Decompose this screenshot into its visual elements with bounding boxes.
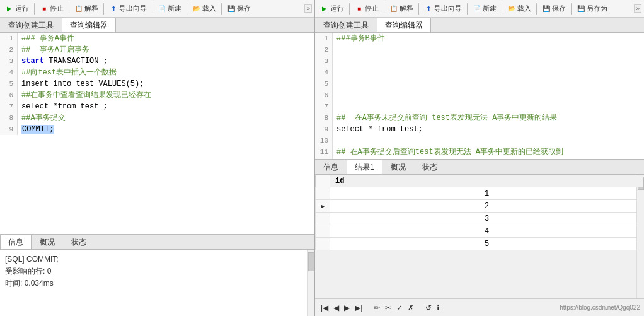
rline-content-11: ## 在A事务提交后查询test表发现无法 A事务中更新的已经获取到 <box>333 146 563 158</box>
result-toolbar: |◀ ◀ ▶ ▶| ✏ ✂ ✓ ✗ ↺ ℹ https://blog.csdn.… <box>315 298 644 316</box>
code-line-1: 1 ### 事务A事件 <box>0 33 314 44</box>
left-panel: ▶ 运行 ■ 停止 📋 解释 ⬆ 导出向导 📄 新建 <box>0 0 315 316</box>
save-label: 保存 <box>237 4 251 13</box>
result-next-btn[interactable]: ▶ <box>342 303 352 313</box>
right-save-button[interactable]: 💾 保存 <box>539 3 568 15</box>
right-saveas-button[interactable]: 💾 另存为 <box>574 3 610 15</box>
result-prev-btn[interactable]: ◀ <box>331 303 341 313</box>
new-button[interactable]: 📄 新建 <box>155 3 184 15</box>
code-line-6: 6 ##在事务中查看查询结果发现已经存在 <box>0 90 314 101</box>
right-load-label: 载入 <box>517 4 531 13</box>
left-info-tab-bar: 信息 概况 状态 <box>0 235 314 250</box>
export-button[interactable]: ⬆ 导出向导 <box>106 3 149 15</box>
info-tab-status[interactable]: 状态 <box>63 235 95 249</box>
right-explain-label: 解释 <box>400 4 413 13</box>
result-cancel-btn[interactable]: ✗ <box>406 303 416 313</box>
stop-button[interactable]: ■ 停止 <box>37 3 66 15</box>
rline-num-8: 8 <box>315 112 333 124</box>
code-line-2: 2 ## 事务A开启事务 <box>0 44 314 56</box>
right-new-button[interactable]: 📄 新建 <box>470 3 499 15</box>
right-result-panel: 信息 结果1 概况 状态 id <box>315 159 644 316</box>
line-content-7: select *from test ; <box>18 101 108 112</box>
result-cell-5: 5 <box>330 238 644 250</box>
line-content-5: insert into test VALUES(5); <box>18 78 144 90</box>
left-info-scrollthumb[interactable] <box>308 252 314 271</box>
right-load-button[interactable]: 📂 载入 <box>505 3 534 15</box>
line-content-1: ### 事务A事件 <box>18 33 74 44</box>
result-tab-overview[interactable]: 概况 <box>382 160 414 174</box>
line-num-6: 6 <box>0 90 18 101</box>
right-run-button[interactable]: ▶ 运行 <box>318 3 347 15</box>
rsep4 <box>467 3 468 15</box>
rcode-line-11: 11 ## 在A事务提交后查询test表发现无法 A事务中更新的已经获取到 <box>315 146 644 158</box>
line-num-8: 8 <box>0 112 18 124</box>
load-button[interactable]: 📂 载入 <box>190 3 219 15</box>
explain-button[interactable]: 📋 解释 <box>72 3 101 15</box>
line-num-4: 4 <box>0 67 18 78</box>
right-explain-button[interactable]: 📋 解释 <box>387 3 416 15</box>
rline-num-6: 6 <box>315 90 333 101</box>
sep3 <box>103 3 104 15</box>
result-table-container[interactable]: id 1 ▶ 2 <box>315 175 644 298</box>
tab-query-editor-right[interactable]: 查询编辑器 <box>377 18 431 32</box>
right-export-button[interactable]: ⬆ 导出向导 <box>422 3 464 15</box>
tab-query-editor-left[interactable]: 查询编辑器 <box>62 18 116 32</box>
left-info-scrolltrack[interactable] <box>307 250 314 316</box>
result-area: id 1 ▶ 2 <box>315 175 644 316</box>
result-th-arrow <box>316 175 330 187</box>
right-save-icon: 💾 <box>542 4 551 13</box>
result-scrolltrack[interactable] <box>636 175 644 298</box>
rline-content-9: select * from test; <box>333 124 423 135</box>
left-toolbar: ▶ 运行 ■ 停止 📋 解释 ⬆ 导出向导 📄 新建 <box>0 0 314 18</box>
left-code-lines: 1 ### 事务A事件 2 ## 事务A开启事务 3 start TRANSAC… <box>0 33 314 135</box>
result-delete-btn[interactable]: ✂ <box>383 303 393 313</box>
result-tab-info[interactable]: 信息 <box>315 160 347 174</box>
result-tab-status[interactable]: 状态 <box>414 160 446 174</box>
right-run-label: 运行 <box>330 4 344 13</box>
rline-num-10: 10 <box>315 135 333 146</box>
right-code-area[interactable]: 1 ###事务B事件 2 3 4 5 <box>315 33 644 159</box>
left-code-area[interactable]: 1 ### 事务A事件 2 ## 事务A开启事务 3 start TRANSAC… <box>0 33 314 234</box>
result-confirm-btn[interactable]: ✓ <box>394 303 405 313</box>
result-table: id 1 ▶ 2 <box>315 175 644 250</box>
main-container: ▶ 运行 ■ 停止 📋 解释 ⬆ 导出向导 📄 新建 <box>0 0 644 316</box>
tab-query-builder-left[interactable]: 查询创建工具 <box>0 18 62 32</box>
line-content-6: ##在事务中查看查询结果发现已经存在 <box>18 90 151 101</box>
explain-icon: 📋 <box>74 4 83 13</box>
info-tab-info[interactable]: 信息 <box>0 235 32 249</box>
result-row-2[interactable]: ▶ 2 <box>316 200 644 213</box>
result-row-3[interactable]: 3 <box>316 213 644 225</box>
right-toolbar: ▶ 运行 ■ 停止 📋 解释 ⬆ 导出向导 📄 新建 <box>315 0 644 18</box>
code-line-9: 9 COMMIT; <box>0 124 314 135</box>
save-button[interactable]: 💾 保存 <box>224 3 253 15</box>
run-button[interactable]: ▶ 运行 <box>3 3 32 15</box>
result-last-btn[interactable]: ▶| <box>353 303 364 313</box>
result-row-5[interactable]: 5 <box>316 238 644 250</box>
right-expand-btn[interactable]: » <box>634 4 641 13</box>
result-row-4[interactable]: 4 <box>316 225 644 238</box>
result-row-1[interactable]: 1 <box>316 187 644 200</box>
info-tab-overview[interactable]: 概况 <box>32 235 63 249</box>
line-num-1: 1 <box>0 33 18 44</box>
rline-content-1: ###事务B事件 <box>333 33 385 44</box>
tab-query-builder-right[interactable]: 查询创建工具 <box>315 18 377 32</box>
rline-num-3: 3 <box>315 56 333 67</box>
result-refresh-btn[interactable]: ↺ <box>423 303 434 313</box>
row-arrow-5 <box>316 238 330 250</box>
result-first-btn[interactable]: |◀ <box>319 303 330 313</box>
rcode-line-4: 4 <box>315 67 644 78</box>
line-content-3: start TRANSACTION ; <box>18 56 108 67</box>
result-cell-4: 4 <box>330 225 644 238</box>
stop-label: 停止 <box>50 4 64 13</box>
left-expand-btn[interactable]: » <box>304 4 312 13</box>
right-stop-button[interactable]: ■ 停止 <box>352 3 381 15</box>
rline-content-8: ## 在A事务未提交前查询 test表发现无法 A事务中更新的结果 <box>333 112 557 124</box>
result-info-btn[interactable]: ℹ <box>435 303 442 313</box>
result-add-btn[interactable]: ✏ <box>372 303 382 313</box>
explain-label: 解释 <box>84 4 98 13</box>
result-tab-result1[interactable]: 结果1 <box>347 160 382 174</box>
left-tab-bar: 查询创建工具 查询编辑器 <box>0 18 314 33</box>
line-content-8: ##A事务提交 <box>18 112 66 124</box>
rline-content-5 <box>333 78 341 90</box>
row-arrow-3 <box>316 213 330 225</box>
